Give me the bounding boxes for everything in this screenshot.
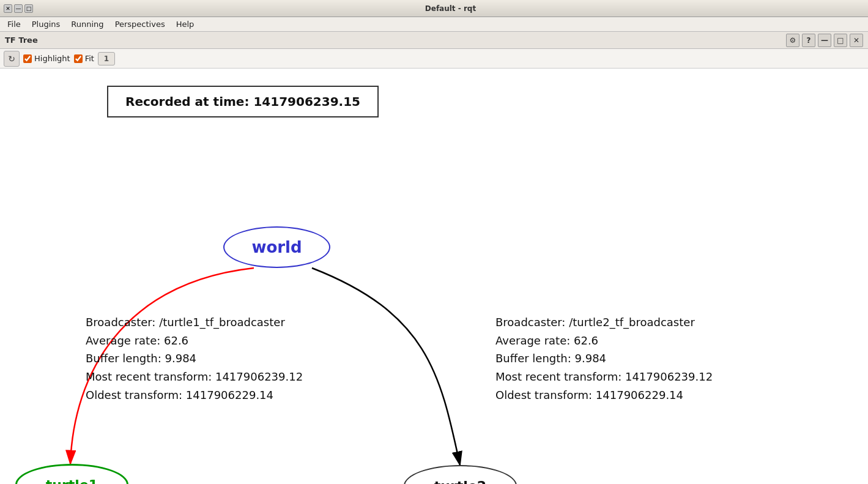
plugin-header: TF Tree ⚙ ? — □ ✕ — [0, 32, 868, 49]
highlight-checkbox-group: Highlight — [23, 54, 70, 63]
menu-plugins[interactable]: Plugins — [27, 18, 65, 30]
right-broadcaster: Broadcaster: /turtle2_tf_broadcaster — [495, 313, 713, 332]
refresh-button[interactable]: ↻ — [4, 51, 20, 67]
fit-checkbox[interactable] — [74, 54, 83, 63]
plugin-close-icon[interactable]: ✕ — [850, 34, 863, 47]
left-oldest: Oldest transform: 1417906229.14 — [86, 386, 303, 404]
window-maximize-btn[interactable]: □ — [24, 4, 33, 13]
main-canvas: Recorded at time: 1417906239.15 world tu… — [0, 69, 868, 484]
highlight-checkbox[interactable] — [23, 54, 32, 63]
turtle1-node-label: turtle1 — [46, 477, 98, 485]
plugin-settings-icon[interactable]: ⚙ — [786, 34, 799, 47]
node-turtle2[interactable]: turtle2 — [404, 465, 517, 484]
fit-label[interactable]: Fit — [85, 54, 94, 63]
window-close-btn[interactable]: ✕ — [4, 4, 12, 13]
node-turtle1[interactable]: turtle1 — [15, 464, 128, 484]
menu-running[interactable]: Running — [66, 18, 108, 30]
left-avg-rate: Average rate: 62.6 — [86, 332, 303, 350]
turtle2-node-label: turtle2 — [434, 478, 486, 485]
toolbar: ↻ Highlight Fit 1 — [0, 49, 868, 69]
world-node-label: world — [251, 238, 302, 256]
highlight-label[interactable]: Highlight — [34, 54, 70, 63]
right-info-block: Broadcaster: /turtle2_tf_broadcaster Ave… — [495, 313, 713, 404]
right-most-recent: Most recent transform: 1417906239.12 — [495, 368, 713, 386]
node-world[interactable]: world — [223, 226, 330, 268]
plugin-question-icon[interactable]: ? — [802, 34, 815, 47]
left-buffer-length: Buffer length: 9.984 — [86, 349, 303, 368]
plugin-restore-icon[interactable]: □ — [834, 34, 847, 47]
menu-help[interactable]: Help — [171, 18, 199, 30]
title-bar: ✕ — □ Default - rqt — [0, 0, 868, 17]
left-info-block: Broadcaster: /turtle1_tf_broadcaster Ave… — [86, 313, 303, 404]
plugin-minimize-icon[interactable]: — — [818, 34, 831, 47]
plugin-title: TF Tree — [5, 35, 38, 45]
window-title: Default - rqt — [37, 4, 864, 13]
left-broadcaster: Broadcaster: /turtle1_tf_broadcaster — [86, 313, 303, 332]
menu-bar: File Plugins Running Perspectives Help — [0, 17, 868, 32]
recorded-time-box: Recorded at time: 1417906239.15 — [107, 86, 379, 117]
window-minimize-btn[interactable]: — — [14, 4, 23, 13]
plugin-header-icons[interactable]: ⚙ ? — □ ✕ — [786, 34, 863, 47]
left-most-recent: Most recent transform: 1417906239.12 — [86, 368, 303, 386]
right-oldest: Oldest transform: 1417906229.14 — [495, 386, 713, 404]
right-buffer-length: Buffer length: 9.984 — [495, 349, 713, 368]
right-avg-rate: Average rate: 62.6 — [495, 332, 713, 350]
menu-perspectives[interactable]: Perspectives — [110, 18, 170, 30]
fit-checkbox-group: Fit — [74, 54, 94, 63]
tree-svg — [0, 69, 868, 484]
window-controls[interactable]: ✕ — □ — [4, 4, 33, 13]
recorded-time-text: Recorded at time: 1417906239.15 — [125, 94, 360, 109]
menu-file[interactable]: File — [2, 18, 26, 30]
number-button[interactable]: 1 — [98, 52, 115, 65]
